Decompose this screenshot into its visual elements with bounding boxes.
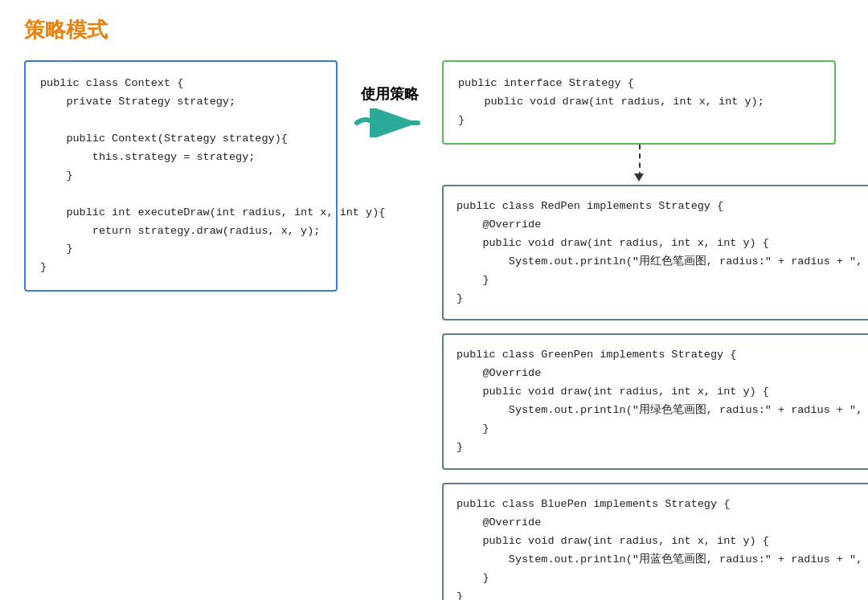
bluepen-class-box: public class BluePen implements Strategy… (442, 483, 868, 600)
main-layout: public class Context { private Strategy … (24, 60, 844, 600)
implementations-area: public class RedPen implements Strategy … (442, 185, 868, 600)
arrow-area: 使用策略 (338, 60, 442, 137)
context-code: public class Context { private Strategy … (40, 75, 321, 277)
bluepen-code: public class BluePen implements Strategy… (457, 496, 868, 600)
dotted-connection (442, 145, 836, 185)
dotted-line (639, 145, 641, 177)
page-title: 策略模式 (24, 16, 844, 44)
arrow-icon (354, 108, 426, 137)
use-strategy-arrow (354, 108, 426, 137)
strategy-interface-box: public interface Strategy { public void … (442, 60, 836, 145)
right-area: public interface Strategy { public void … (442, 60, 868, 600)
greenpen-code: public class GreenPen implements Strateg… (457, 346, 868, 457)
redpen-class-box: public class RedPen implements Strategy … (442, 185, 868, 321)
arrow-label: 使用策略 (361, 84, 419, 104)
redpen-code: public class RedPen implements Strategy … (457, 198, 868, 308)
interface-code: public interface Strategy { public void … (458, 75, 820, 130)
context-class-box: public class Context { private Strategy … (24, 60, 338, 292)
arrow-down-icon (634, 173, 644, 182)
greenpen-class-box: public class GreenPen implements Strateg… (442, 333, 868, 470)
